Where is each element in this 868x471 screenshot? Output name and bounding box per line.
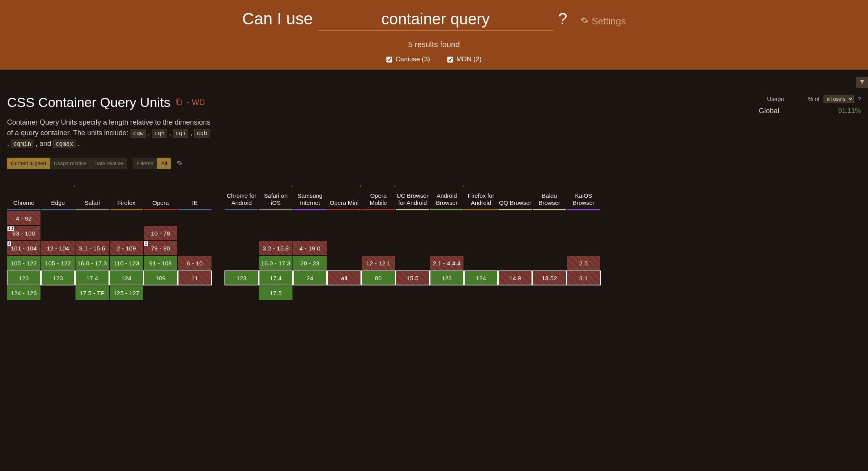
usage-panel: Usage % of all users ? Global 91.11% bbox=[759, 95, 861, 115]
version-label: 17.4 bbox=[270, 275, 281, 281]
version-cell[interactable]: 13.52 bbox=[533, 271, 566, 285]
version-cell bbox=[327, 241, 361, 255]
view-filtered[interactable]: Filtered bbox=[132, 158, 157, 169]
browser-name[interactable]: Firefox bbox=[110, 178, 143, 209]
version-cell[interactable]: 2 - 109 bbox=[110, 241, 143, 255]
version-cell[interactable]: 6 - 10 bbox=[178, 256, 211, 270]
version-cell[interactable]: 91 - 108 bbox=[144, 256, 177, 270]
version-cell bbox=[567, 226, 600, 240]
version-cell bbox=[498, 226, 532, 240]
browser-name[interactable]: Safari bbox=[75, 178, 109, 209]
version-cell bbox=[533, 226, 566, 240]
version-label: 123 bbox=[237, 275, 247, 281]
view-date-relative[interactable]: Date relative bbox=[90, 158, 127, 169]
version-cell[interactable]: 124 bbox=[110, 271, 143, 285]
header: Can I use ? Settings 5 results found Can… bbox=[0, 0, 868, 70]
version-cell[interactable]: 123 bbox=[41, 271, 75, 285]
version-cell[interactable]: 17.4 bbox=[75, 271, 109, 285]
view-all[interactable]: All bbox=[157, 158, 171, 169]
browser-underline bbox=[293, 209, 327, 210]
filter-caniuse-checkbox[interactable] bbox=[386, 57, 392, 63]
clipboard-icon[interactable] bbox=[175, 98, 182, 107]
version-cell[interactable]: 4 - 19.0 bbox=[293, 241, 327, 255]
browser-name[interactable]: Opera Mini* bbox=[327, 178, 361, 209]
version-cell[interactable]: 123 bbox=[7, 271, 40, 285]
version-cell[interactable]: 17.4 bbox=[259, 271, 292, 285]
version-cell[interactable]: 109 bbox=[144, 271, 177, 285]
version-label: 123 bbox=[19, 275, 29, 281]
version-cell[interactable]: 101 - 1041⚑ bbox=[7, 241, 40, 255]
browser-name[interactable]: Edge* bbox=[41, 178, 75, 209]
version-cell[interactable]: 3.1 bbox=[567, 271, 600, 285]
version-cell[interactable]: 124 - 126 bbox=[7, 286, 40, 300]
version-cell[interactable]: 24 bbox=[293, 271, 327, 285]
version-cell bbox=[327, 286, 361, 300]
browser-name[interactable]: Baidu Browser bbox=[533, 178, 566, 209]
version-cell[interactable]: 17.5 - TP bbox=[75, 286, 109, 300]
version-cell[interactable]: 12 - 104 bbox=[41, 241, 75, 255]
browser-name[interactable]: Chrome bbox=[7, 178, 40, 209]
view-current-aligned[interactable]: Current aligned bbox=[7, 158, 50, 169]
search-input[interactable] bbox=[318, 10, 554, 31]
browser-name[interactable]: Opera Mobile* bbox=[362, 178, 395, 209]
browser-name[interactable]: Android Browser* bbox=[430, 178, 463, 209]
version-cell[interactable]: 11 bbox=[178, 271, 211, 285]
unit-code: cqmax bbox=[53, 140, 75, 148]
version-cell[interactable]: 123 bbox=[430, 271, 463, 285]
browser-name[interactable]: UC Browser for Android bbox=[396, 178, 429, 209]
version-cell bbox=[430, 286, 463, 300]
version-cell[interactable]: 2.5 bbox=[567, 256, 600, 270]
browser-name[interactable]: Chrome for Android bbox=[225, 178, 258, 209]
browser-underline bbox=[110, 209, 143, 210]
browser-name[interactable]: KaiOS Browser bbox=[567, 178, 600, 209]
filter-mdn[interactable]: MDN (2) bbox=[447, 55, 482, 63]
usage-help[interactable]: ? bbox=[858, 96, 861, 102]
version-cell[interactable]: 105 - 122 bbox=[41, 256, 75, 270]
version-cell[interactable]: 93 - 1001 2⚑ bbox=[7, 226, 40, 240]
version-cell bbox=[293, 286, 327, 300]
browser-name[interactable]: QQ Browser bbox=[498, 178, 532, 209]
version-cell[interactable]: 15.5 bbox=[396, 271, 429, 285]
browser-underline bbox=[430, 209, 463, 210]
filter-mdn-checkbox[interactable] bbox=[447, 57, 453, 63]
version-cell[interactable]: 17.5 bbox=[259, 286, 292, 300]
version-cell[interactable]: 4 - 92 bbox=[7, 211, 40, 225]
version-cell[interactable]: all bbox=[327, 271, 361, 285]
version-cell[interactable]: 124 bbox=[464, 271, 498, 285]
filter-caniuse[interactable]: Caniuse (3) bbox=[386, 55, 430, 63]
usage-scope-select[interactable]: all users bbox=[824, 95, 854, 103]
version-cell[interactable]: 3.1 - 15.6 bbox=[75, 241, 109, 255]
version-cell[interactable]: 105 - 122 bbox=[7, 256, 40, 270]
version-cell bbox=[178, 286, 211, 300]
version-cell[interactable]: 110 - 123 bbox=[110, 256, 143, 270]
version-label: 101 - 104 bbox=[11, 245, 37, 252]
version-cell[interactable]: 12 - 12.1 bbox=[362, 256, 395, 270]
view-settings-icon[interactable] bbox=[177, 160, 182, 167]
browser-name[interactable]: Samsung Internet bbox=[293, 178, 327, 209]
version-cell[interactable]: 125 - 127 bbox=[110, 286, 143, 300]
version-cell bbox=[430, 211, 463, 225]
version-cell[interactable]: 80 bbox=[362, 271, 395, 285]
filter-panel-toggle[interactable] bbox=[856, 77, 868, 88]
version-cell bbox=[178, 226, 211, 240]
browser-name[interactable]: Safari on iOS* bbox=[259, 178, 292, 209]
version-cell[interactable]: 3.2 - 15.8 bbox=[259, 241, 292, 255]
browser-name[interactable]: Opera bbox=[144, 178, 177, 209]
status-tag[interactable]: - WD bbox=[187, 98, 205, 107]
browser-col-opmini: Opera Mini*all bbox=[327, 178, 361, 300]
support-table: Chrome4 - 9293 - 1001 2⚑101 - 1041⚑105 -… bbox=[7, 178, 861, 300]
version-cell[interactable]: 2.1 - 4.4.4 bbox=[430, 256, 463, 270]
browser-name[interactable]: Firefox for Android bbox=[464, 178, 498, 209]
version-cell[interactable]: 20 - 23 bbox=[293, 256, 327, 270]
version-cell[interactable]: 10 - 78 bbox=[144, 226, 177, 240]
version-cell[interactable]: 14.9 bbox=[498, 271, 532, 285]
version-cell[interactable]: 16.0 - 17.3 bbox=[259, 256, 292, 270]
version-cell[interactable]: 79 - 901⚑ bbox=[144, 241, 177, 255]
browser-underline bbox=[259, 209, 292, 210]
browser-name[interactable]: IE bbox=[178, 178, 211, 209]
version-cell bbox=[110, 211, 143, 225]
view-usage-relative[interactable]: Usage relative bbox=[50, 158, 90, 169]
version-cell[interactable]: 123 bbox=[225, 271, 258, 285]
version-cell[interactable]: 16.0 - 17.3 bbox=[75, 256, 109, 270]
settings-link[interactable]: Settings bbox=[581, 16, 626, 27]
